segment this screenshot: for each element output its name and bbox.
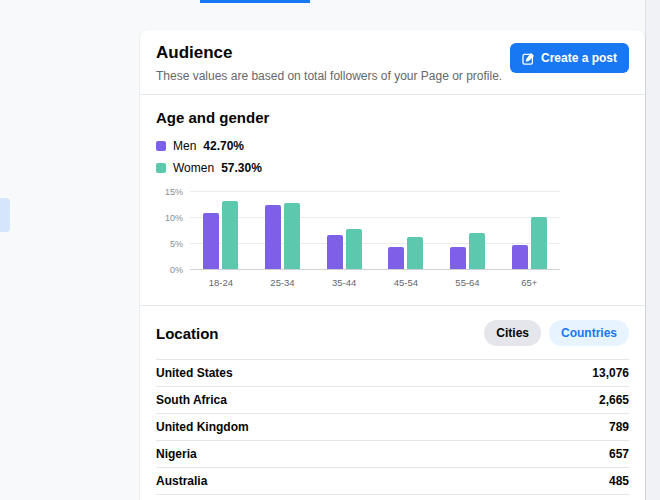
bar-men-35-44 xyxy=(327,235,343,269)
bar-men-55-64 xyxy=(450,247,466,269)
audience-card: Audience These values are based on total… xyxy=(140,30,645,500)
location-section: Location CitiesCountries United States13… xyxy=(140,306,645,500)
bar-groups xyxy=(190,191,560,269)
legend-value: 57.30% xyxy=(221,161,262,175)
bar-men-65+ xyxy=(512,245,528,269)
bar-group-55-64 xyxy=(437,191,499,269)
location-name: United States xyxy=(156,366,233,380)
x-axis-label: 45-54 xyxy=(375,277,437,288)
chart-x-labels: 18-2425-3435-4445-5455-6465+ xyxy=(190,277,560,288)
bar-men-45-54 xyxy=(388,247,404,269)
location-name: United Kingdom xyxy=(156,420,249,434)
y-axis-tick: 5% xyxy=(170,239,183,249)
location-header: Location CitiesCountries xyxy=(156,320,629,346)
location-table: United States13,076South Africa2,665Unit… xyxy=(156,359,629,495)
location-value: 789 xyxy=(609,420,629,434)
legend-swatch xyxy=(156,163,166,173)
bar-group-65+ xyxy=(498,191,560,269)
toggle-countries[interactable]: Countries xyxy=(549,320,629,346)
x-axis-label: 55-64 xyxy=(437,277,499,288)
x-axis-label: 18-24 xyxy=(190,277,252,288)
y-axis-tick: 0% xyxy=(170,265,183,275)
x-axis-label: 35-44 xyxy=(313,277,375,288)
bar-women-45-54 xyxy=(407,237,423,269)
location-title: Location xyxy=(156,325,219,342)
left-edge-panel-fragment xyxy=(0,198,10,232)
gridline: 0% xyxy=(190,269,560,270)
bar-group-45-54 xyxy=(375,191,437,269)
bar-men-25-34 xyxy=(265,205,281,269)
toggle-cities[interactable]: Cities xyxy=(484,320,541,346)
age-gender-title: Age and gender xyxy=(156,109,629,126)
bar-women-55-64 xyxy=(469,233,485,269)
legend-item: Men42.70% xyxy=(156,139,629,153)
y-axis-tick: 10% xyxy=(165,213,183,223)
location-row: United States13,076 xyxy=(156,360,629,387)
audience-header: Audience These values are based on total… xyxy=(140,30,645,94)
chart-legend: Men42.70%Women57.30% xyxy=(156,139,629,175)
location-name: Nigeria xyxy=(156,447,197,461)
bar-group-35-44 xyxy=(313,191,375,269)
legend-label: Women xyxy=(173,161,214,175)
legend-value: 42.70% xyxy=(203,139,244,153)
location-toggle: CitiesCountries xyxy=(484,320,629,346)
active-tab-indicator xyxy=(200,0,310,3)
x-axis-label: 25-34 xyxy=(252,277,314,288)
bar-women-35-44 xyxy=(346,229,362,269)
bar-women-65+ xyxy=(531,217,547,269)
bar-women-18-24 xyxy=(222,201,238,269)
y-axis-tick: 15% xyxy=(165,187,183,197)
create-post-button[interactable]: Create a post xyxy=(510,43,629,73)
location-value: 657 xyxy=(609,447,629,461)
location-name: Australia xyxy=(156,474,207,488)
bar-women-25-34 xyxy=(284,203,300,269)
location-row: Australia485 xyxy=(156,468,629,495)
location-value: 2,665 xyxy=(599,393,629,407)
chart-plot: 0%5%10%15% xyxy=(190,191,560,269)
location-value: 13,076 xyxy=(592,366,629,380)
create-post-label: Create a post xyxy=(541,51,617,65)
legend-item: Women57.30% xyxy=(156,161,629,175)
x-axis-label: 65+ xyxy=(498,277,560,288)
location-row: United Kingdom789 xyxy=(156,414,629,441)
age-gender-chart: 0%5%10%15% 18-2425-3435-4445-5455-6465+ xyxy=(156,187,629,291)
page-scroll-gutter xyxy=(645,0,660,500)
location-row: Nigeria657 xyxy=(156,441,629,468)
legend-swatch xyxy=(156,141,166,151)
bar-group-18-24 xyxy=(190,191,252,269)
legend-label: Men xyxy=(173,139,196,153)
location-value: 485 xyxy=(609,474,629,488)
bar-men-18-24 xyxy=(203,213,219,269)
location-row: South Africa2,665 xyxy=(156,387,629,414)
compose-icon xyxy=(522,52,535,65)
location-name: South Africa xyxy=(156,393,227,407)
age-gender-section: Age and gender Men42.70%Women57.30% 0%5%… xyxy=(140,95,645,305)
bar-group-25-34 xyxy=(252,191,314,269)
